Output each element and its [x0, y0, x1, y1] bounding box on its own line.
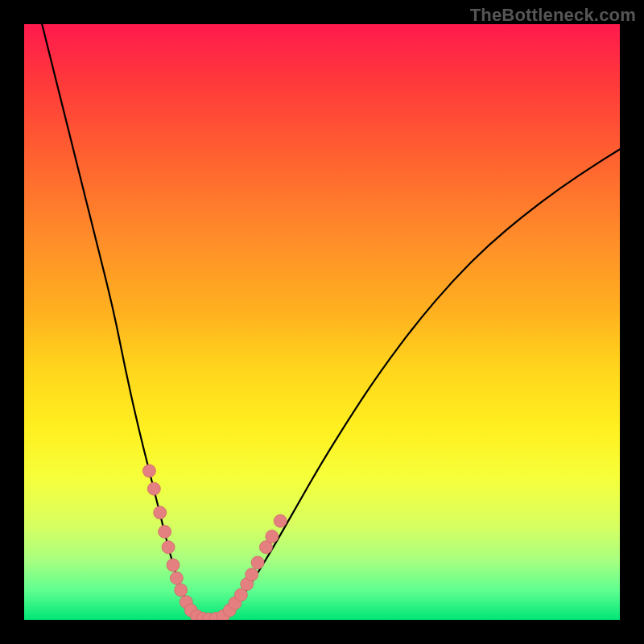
plot-area — [24, 24, 620, 620]
chart-frame: TheBottleneck.com — [0, 0, 644, 644]
highlight-marker — [162, 541, 175, 554]
highlight-marker — [167, 559, 180, 572]
highlight-marker — [274, 514, 287, 527]
highlight-marker — [159, 525, 171, 538]
highlight-marker — [142, 464, 155, 477]
highlight-marker — [154, 506, 167, 519]
highlight-marker — [246, 568, 258, 581]
highlight-marker — [147, 482, 160, 495]
highlight-marker — [266, 530, 279, 543]
bottleneck-curve — [42, 24, 620, 619]
chart-svg — [24, 24, 620, 620]
highlight-marker — [170, 572, 183, 584]
watermark-text: TheBottleneck.com — [470, 5, 636, 26]
highlight-markers-group — [142, 464, 287, 620]
highlight-marker — [175, 584, 188, 597]
highlight-marker — [251, 556, 264, 569]
